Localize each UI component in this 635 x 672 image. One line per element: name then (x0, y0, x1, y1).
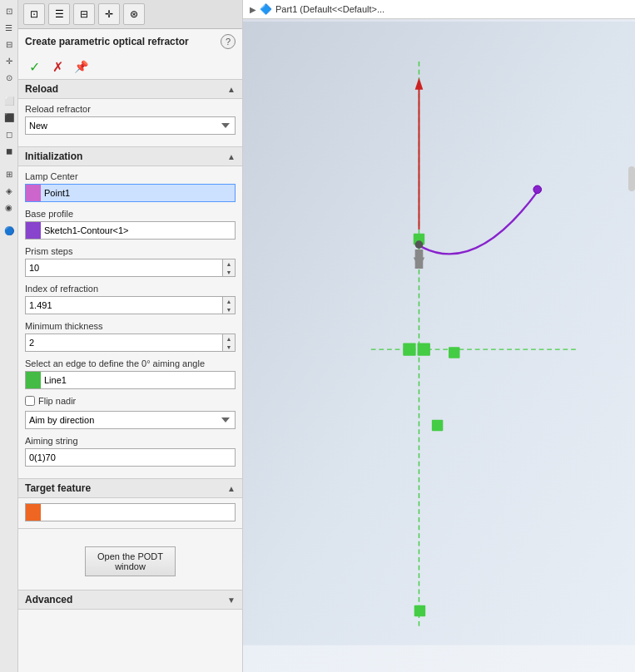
edge-input-row (25, 371, 236, 389)
lamp-center-input-row (25, 184, 236, 202)
edge-select-field: Select an edge to define the 0° aiming a… (25, 358, 236, 389)
help-button[interactable]: ? (221, 34, 236, 49)
toolbar-icon-3[interactable]: ⊟ (2, 37, 17, 52)
reload-refractor-select[interactable]: New (25, 116, 236, 135)
init-section-header[interactable]: Initialization ▲ (18, 146, 242, 166)
lamp-center-input[interactable] (41, 185, 235, 201)
open-podt-wrapper: Open the PODT window (18, 533, 242, 590)
init-section-label: Initialization (25, 151, 82, 162)
initialization-section: Initialization ▲ Lamp Center Base profil… (18, 146, 242, 478)
open-podt-line2: window (115, 561, 146, 571)
toolbar-icon-8[interactable]: ◻ (2, 126, 17, 141)
target-feature-label: Target feature (25, 482, 91, 494)
target-feature-arrow: ▲ (227, 484, 236, 493)
panel-title: Create parametric optical refractor (25, 36, 189, 47)
min-thickness-label: Minimum thickness (25, 321, 236, 331)
toolbar-icon-2[interactable]: ☰ (2, 20, 17, 35)
target-feature-swatch (26, 504, 41, 521)
panel-btn-list[interactable]: ☰ (48, 3, 70, 25)
target-feature-section: Target feature ▲ (18, 478, 242, 526)
left-toolbar: ⊡ ☰ ⊟ ✛ ⊙ ⬜ ⬛ ◻ ◼ ⊞ ◈ ◉ 🔵 (0, 0, 18, 672)
action-buttons: ✓ ✗ 📌 (18, 54, 242, 79)
panel-btn-target[interactable]: ✛ (98, 3, 120, 25)
tree-expand-arrow[interactable]: ▶ (250, 5, 256, 14)
lamp-center-swatch (26, 185, 41, 201)
pin-button[interactable]: 📌 (72, 57, 90, 76)
panel-btn-color[interactable]: ⊛ (123, 3, 145, 25)
toolbar-icon-7[interactable]: ⬛ (2, 110, 17, 125)
min-thickness-input[interactable] (25, 334, 222, 352)
edge-swatch (26, 372, 41, 388)
reload-refractor-label: Reload refractor (25, 104, 236, 114)
tree-part-icon: 🔷 (260, 3, 272, 15)
canvas-area: ▶ 🔷 Part1 (Default<<Default>... (243, 0, 635, 672)
panel-btn-grid[interactable]: ⊡ (23, 3, 45, 25)
refraction-index-label: Index of refraction (25, 284, 236, 294)
scroll-handle[interactable] (628, 166, 635, 191)
toolbar-icon-1[interactable]: ⊡ (2, 3, 17, 18)
base-profile-label: Base profile (25, 209, 236, 219)
base-profile-input[interactable] (41, 222, 235, 239)
prism-steps-input-group: ▲ ▼ (25, 259, 236, 277)
edge-input[interactable] (41, 372, 235, 388)
center-dot (415, 240, 424, 249)
aiming-string-field: Aiming string (25, 436, 236, 467)
advanced-collapse-arrow: ▼ (227, 595, 236, 605)
reload-refractor-field: Reload refractor New (25, 104, 236, 135)
prism-steps-down[interactable]: ▼ (223, 268, 235, 276)
toolbar-icon-5[interactable]: ⊙ (2, 70, 17, 85)
prism-steps-spinner: ▲ ▼ (222, 259, 236, 277)
lamp-center-label: Lamp Center (25, 171, 236, 181)
reload-section-label: Reload (25, 83, 58, 95)
panel-btn-save[interactable]: ⊟ (73, 3, 95, 25)
aiming-string-input[interactable] (25, 448, 236, 467)
cancel-button[interactable]: ✗ (48, 57, 67, 76)
prism-steps-field: Prism steps ▲ ▼ (25, 246, 236, 277)
flip-nadir-checkbox[interactable] (25, 396, 35, 406)
min-thickness-up[interactable]: ▲ (223, 334, 235, 343)
target-feature-input-row (25, 503, 236, 521)
tree-header: ▶ 🔷 Part1 (Default<<Default>... (243, 0, 635, 19)
target-feature-input[interactable] (41, 504, 235, 521)
min-thickness-input-group: ▲ ▼ (25, 334, 236, 352)
target-feature-content (18, 498, 242, 526)
refraction-index-down[interactable]: ▼ (223, 305, 235, 314)
green-handle-mid (449, 347, 459, 358)
open-podt-line1: Open the PODT (97, 551, 163, 561)
green-point-bottom (414, 605, 425, 616)
reload-section: Reload ▲ Reload refractor New (18, 79, 242, 146)
green-point-lower (432, 420, 443, 431)
toolbar-icon-10[interactable]: ⊞ (2, 166, 17, 181)
refraction-index-input[interactable] (25, 296, 222, 314)
lamp-center-field: Lamp Center (25, 171, 236, 202)
green-point-mid-left (403, 343, 415, 355)
reload-section-header[interactable]: Reload ▲ (18, 79, 242, 99)
prism-steps-label: Prism steps (25, 246, 236, 256)
canvas-background (243, 22, 635, 645)
prism-steps-up[interactable]: ▲ (223, 259, 235, 268)
edge-select-label: Select an edge to define the 0° aiming a… (25, 358, 236, 368)
advanced-section: Advanced ▼ (18, 590, 242, 610)
panel-toolbar: ⊡ ☰ ⊟ ✛ ⊛ (18, 0, 242, 29)
prism-steps-input[interactable] (25, 259, 222, 277)
open-podt-button[interactable]: Open the PODT window (85, 546, 176, 576)
base-profile-input-row (25, 221, 236, 240)
advanced-section-header[interactable]: Advanced ▼ (18, 590, 242, 610)
toolbar-icon-12[interactable]: ◉ (2, 200, 17, 215)
aim-direction-select[interactable]: Aim by direction Aim by angle (25, 411, 236, 429)
toolbar-icon-11[interactable]: ◈ (2, 183, 17, 198)
green-point-mid-right (418, 343, 430, 355)
canvas-svg (243, 22, 635, 645)
refraction-index-up[interactable]: ▲ (223, 297, 235, 305)
target-feature-header[interactable]: Target feature ▲ (18, 478, 242, 498)
toolbar-icon-6[interactable]: ⬜ (2, 93, 17, 108)
toolbar-icon-13[interactable]: 🔵 (2, 223, 17, 238)
toolbar-icon-4[interactable]: ✛ (2, 53, 17, 68)
flip-nadir-row: Flip nadir (25, 396, 236, 406)
init-collapse-arrow: ▲ (227, 152, 236, 161)
min-thickness-down[interactable]: ▼ (223, 343, 235, 351)
toolbar-icon-9[interactable]: ◼ (2, 143, 17, 158)
panel-title-bar: Create parametric optical refractor ? (18, 29, 242, 54)
confirm-button[interactable]: ✓ (25, 57, 43, 76)
min-thickness-field: Minimum thickness ▲ ▼ (25, 321, 236, 352)
